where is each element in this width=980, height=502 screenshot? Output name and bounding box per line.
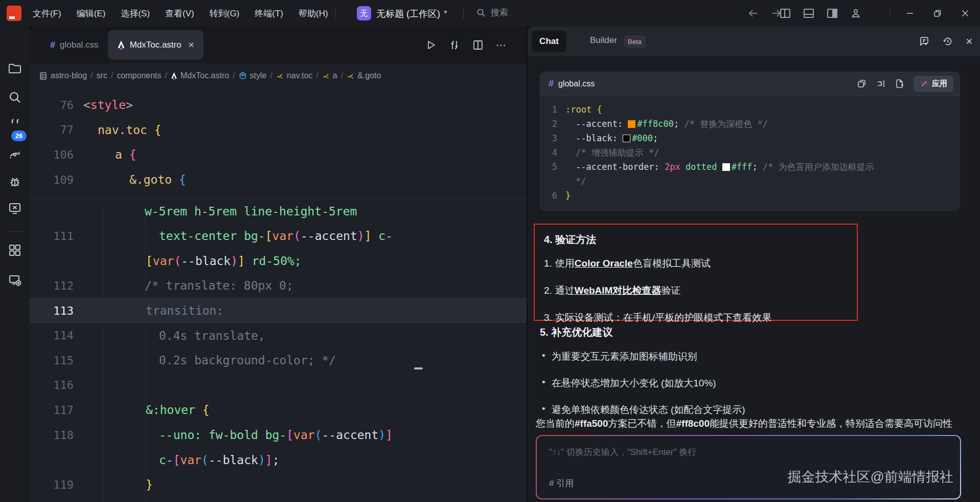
app-logo-icon[interactable]	[7, 6, 21, 21]
debug-bug-icon[interactable]	[8, 174, 22, 189]
line-content: 0.2s background-color; */	[74, 354, 336, 367]
code-token: --accent	[301, 229, 357, 243]
insert-to-editor-icon[interactable]	[876, 79, 885, 89]
chevron-down-icon[interactable]: ▾	[444, 8, 447, 16]
breadcrumb: astro-blog/src/components/MdxToc.astro/s…	[30, 63, 527, 88]
breadcrumb-item[interactable]: MdxToc.astro	[171, 71, 229, 80]
divider	[7, 231, 22, 232]
extensions-icon[interactable]	[8, 243, 22, 257]
code-editor[interactable]: 76<style>77nav.toc {106a {109&.goto {w-5…	[30, 88, 527, 502]
list-marker: 3.	[544, 312, 552, 323]
code-token: dotted	[686, 162, 717, 172]
account-icon[interactable]	[849, 7, 862, 20]
source-control-icon[interactable]	[8, 118, 22, 132]
breadcrumb-separator: /	[233, 71, 235, 80]
breadcrumb-item[interactable]: astro-blog	[39, 71, 87, 80]
code-token: ]	[238, 254, 245, 268]
section-title: 4. 验证方法	[544, 233, 849, 247]
css-file-icon: #	[50, 40, 55, 51]
code-line: 6}	[540, 188, 952, 203]
menu-item[interactable]: 文件(F)	[33, 8, 61, 19]
tab-builder[interactable]: Builder	[590, 35, 617, 46]
code-line: 111text-center bg-[var(--accent)] c-	[30, 224, 527, 249]
close-window-button[interactable]	[959, 7, 972, 20]
bullet-icon: •	[542, 377, 545, 390]
workspace-title[interactable]: 无标题 (工作区)	[376, 8, 440, 20]
breadcrumb-item[interactable]: components	[117, 71, 161, 80]
divider	[335, 8, 336, 18]
line-content: w-5rem h-5rem line-height-5rem	[74, 205, 357, 218]
code-token: #000	[632, 133, 653, 143]
paragraph-text: #ff8c00	[676, 418, 710, 429]
explorer-folder-icon[interactable]	[8, 61, 22, 76]
code-token: /* translate: 80px 0;	[145, 279, 293, 292]
apply-button[interactable]: 应用	[914, 76, 953, 92]
breadcrumb-item[interactable]: nav.toc	[276, 71, 312, 80]
layout-panel-icon[interactable]	[802, 7, 815, 20]
title-bar: 文件(F)编辑(E)选择(S)查看(V)转到(G)终端(T)帮助(H) 无 无标…	[0, 0, 980, 27]
compare-changes-icon[interactable]	[449, 39, 460, 51]
line-content: transition:	[74, 304, 223, 317]
menu-item[interactable]: 终端(T)	[255, 8, 283, 19]
quote-reference-button[interactable]: # 引用	[549, 477, 574, 489]
ai-chat-panel: Chat Builder Beta ✕ # global.css	[528, 27, 980, 502]
list-marker: 2.	[544, 285, 552, 296]
more-actions-icon[interactable]: ⋯	[496, 39, 506, 51]
code-token: --uno: fw-bold bg-	[159, 428, 286, 442]
inline-link[interactable]: Color Oracle	[575, 258, 633, 269]
breadcrumb-item[interactable]: &.goto	[347, 71, 381, 80]
code-token: var	[180, 453, 202, 467]
list-item: 1.使用Color Oracle色盲模拟工具测试	[544, 257, 849, 270]
minimize-button[interactable]	[903, 7, 917, 20]
app-window: 文件(F)编辑(E)选择(S)查看(V)转到(G)终端(T)帮助(H) 无 无标…	[0, 0, 980, 502]
code-token: [	[173, 453, 180, 467]
line-content: &:hover {	[74, 403, 210, 417]
list-text: 通过	[555, 285, 575, 296]
code-token: w-5rem h-5rem line-height-5rem	[145, 205, 357, 218]
close-panel-icon[interactable]: ✕	[966, 36, 973, 47]
new-chat-icon[interactable]	[919, 36, 930, 47]
line-content: --accent-border: 2px dotted #fff; /* 为色盲…	[562, 160, 952, 174]
search-sidebar-icon[interactable]	[8, 90, 22, 104]
list-text: 验证	[661, 285, 680, 296]
list-text: 为重要交互元素添加图标辅助识别	[552, 350, 697, 363]
chat-input[interactable]: "↑↓" 切换历史输入，"Shift+Enter" 换行 # 引用	[536, 435, 961, 499]
back-arrow-icon[interactable]	[746, 7, 760, 20]
menu-item[interactable]: 转到(G)	[210, 8, 240, 19]
code-token	[717, 162, 722, 172]
new-file-icon[interactable]	[895, 79, 904, 89]
symbol-icon	[322, 72, 330, 80]
menu-item[interactable]: 选择(S)	[121, 8, 150, 19]
menu-item[interactable]: 编辑(E)	[77, 8, 106, 19]
code-token: var	[272, 229, 294, 243]
layout-sidebar-left-icon[interactable]	[779, 7, 792, 20]
breadcrumb-item[interactable]: style	[239, 71, 267, 80]
run-button[interactable]	[425, 39, 437, 51]
scrollbar-thumb[interactable]	[414, 367, 423, 369]
close-tab-icon[interactable]: ✕	[188, 40, 195, 50]
menu-item[interactable]: 帮助(H)	[299, 8, 328, 19]
preview-eye-icon[interactable]	[8, 147, 22, 162]
terminal-icon[interactable]	[8, 201, 22, 215]
restore-button[interactable]	[931, 7, 944, 20]
code-line: 116	[30, 373, 527, 398]
line-number: 117	[30, 404, 74, 417]
copy-icon[interactable]	[857, 79, 867, 89]
history-icon[interactable]	[942, 36, 953, 47]
code-line: 3--black: #000;	[540, 131, 952, 145]
split-editor-icon[interactable]	[472, 39, 484, 51]
breadcrumb-item[interactable]: src	[97, 71, 107, 80]
code-token: {	[154, 123, 162, 137]
inline-link[interactable]: WebAIM对比检查器	[575, 285, 662, 296]
tab-chat[interactable]: Chat	[532, 31, 566, 52]
code-line: w-5rem h-5rem line-height-5rem	[30, 199, 527, 224]
menu-item[interactable]: 查看(V)	[165, 8, 194, 19]
global-search[interactable]: 搜索	[476, 7, 508, 18]
breadcrumb-item[interactable]: a	[322, 71, 337, 80]
tab-mdxtoc-astro[interactable]: MdxToc.astro ✕	[108, 30, 204, 60]
code-token: &:hover	[146, 403, 195, 417]
remote-explorer-icon[interactable]	[8, 273, 22, 287]
code-token: style	[90, 98, 126, 112]
layout-sidebar-right-icon[interactable]	[826, 7, 839, 20]
tab-global-css[interactable]: # global.css	[41, 30, 108, 60]
